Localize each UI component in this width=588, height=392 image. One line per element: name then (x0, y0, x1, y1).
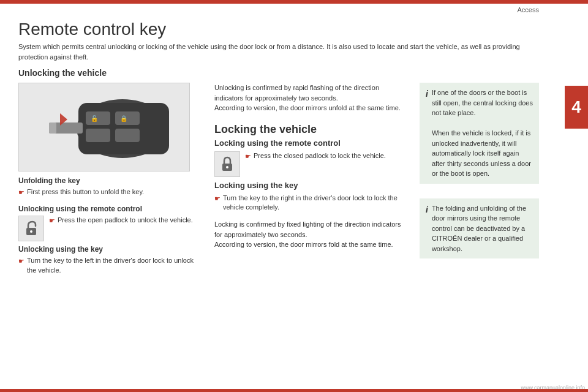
svg-point-12 (30, 230, 32, 233)
page-header: Access (0, 4, 588, 15)
svg-rect-5 (115, 129, 140, 142)
locking-remote-text: Press the closed padlock to lock the veh… (254, 151, 386, 161)
arrow-icon-3: ☛ (18, 257, 24, 275)
unfolding-key-heading: Unfolding the key (18, 176, 202, 185)
arrow-icon-2: ☛ (49, 216, 55, 225)
locking-confirmed-text: Locking is confirmed by fixed lighting o… (214, 219, 407, 250)
unlocking-key-text: Turn the key to the left in the driver's… (27, 256, 202, 275)
unfolding-key-text: First press this button to unfold the ke… (27, 187, 144, 197)
info-box-2-text: The folding and unfolding of the door mi… (432, 203, 533, 254)
locking-remote-row: ☛ Press the closed padlock to lock the v… (214, 151, 407, 177)
section-label: Access (518, 6, 539, 13)
unfolding-key-item: ☛ First press this button to unfold the … (18, 187, 202, 197)
key-image: 🔓 🔒 (18, 83, 190, 172)
page-title: Remote control key (18, 20, 539, 39)
unlocking-key-item: ☛ Turn the key to the left in the driver… (18, 256, 202, 275)
arrow-icon-4: ☛ (245, 152, 251, 161)
open-padlock-icon-box (18, 216, 44, 241)
key-illustration: 🔓 🔒 (24, 86, 184, 168)
unlocking-vehicle-heading: Unlocking the vehicle (18, 68, 539, 78)
info-icon-1: i (426, 88, 428, 100)
closed-padlock-icon-box (214, 151, 240, 177)
unlocking-remote-heading: Unlocking using the remote control (18, 205, 202, 213)
unlocking-remote-item: ☛ Press the open padlock to unlock the v… (49, 216, 193, 225)
main-content: Remote control key System which permits … (0, 15, 588, 282)
content-columns: 🔓 🔒 Unfolding the key ☛ First press this… (18, 83, 539, 277)
closed-padlock-icon (218, 155, 236, 173)
info-icon-2: i (426, 203, 428, 216)
svg-point-14 (226, 166, 228, 168)
locking-remote-subheading: Locking using the remote control (214, 138, 407, 148)
info-box-2-header: i The folding and unfolding of the door … (426, 203, 533, 254)
info-box-1-header: i If one of the doors or the boot is sti… (426, 88, 533, 179)
svg-rect-7 (49, 123, 56, 134)
arrow-icon-5: ☛ (214, 194, 221, 213)
svg-rect-2 (86, 111, 110, 125)
svg-text:🔓: 🔓 (91, 115, 99, 123)
unlock-remote-row: ☛ Press the open padlock to unlock the v… (18, 216, 202, 241)
arrow-icon-1: ☛ (18, 188, 24, 197)
mid-column: Unlocking is confirmed by rapid flashing… (214, 83, 407, 277)
unlocking-key-heading: Unlocking using the key (18, 245, 202, 254)
page-subtitle: System which permits central unlocking o… (18, 42, 521, 62)
locking-heading: Locking the vehicle (214, 123, 407, 136)
locking-key-item: ☛ Turn the key to the right in the drive… (214, 194, 407, 213)
info-box-2: i The folding and unfolding of the door … (420, 198, 539, 259)
left-column: 🔓 🔒 Unfolding the key ☛ First press this… (18, 83, 202, 277)
bottom-bar (0, 389, 588, 392)
svg-rect-3 (115, 111, 140, 125)
svg-rect-4 (86, 129, 110, 142)
right-column: i If one of the doors or the boot is sti… (420, 83, 539, 277)
info-box-1-text: If one of the doors or the boot is still… (432, 88, 533, 179)
chapter-number: 4 (571, 97, 581, 117)
locking-key-subheading: Locking using the key (214, 181, 407, 190)
unlocking-remote-text: Press the open padlock to unlock the veh… (58, 216, 193, 225)
locking-remote-item: ☛ Press the closed padlock to lock the v… (245, 151, 386, 161)
chapter-tab: 4 (565, 86, 588, 129)
locking-key-text: Turn the key to the right in the driver'… (223, 194, 407, 213)
open-padlock-icon (22, 219, 40, 238)
info-box-1: i If one of the doors or the boot is sti… (420, 83, 539, 184)
svg-text:🔒: 🔒 (120, 115, 128, 123)
unlocking-confirmed-text: Unlocking is confirmed by rapid flashing… (214, 83, 407, 113)
